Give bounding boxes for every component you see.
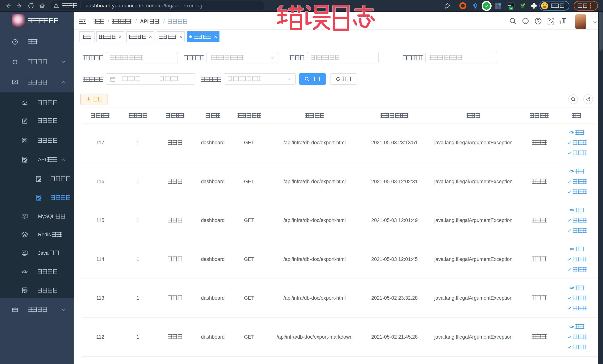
svg-text:T: T (562, 17, 566, 25)
svg-text:T: T (559, 20, 562, 25)
svg-text:on: on (510, 7, 512, 10)
